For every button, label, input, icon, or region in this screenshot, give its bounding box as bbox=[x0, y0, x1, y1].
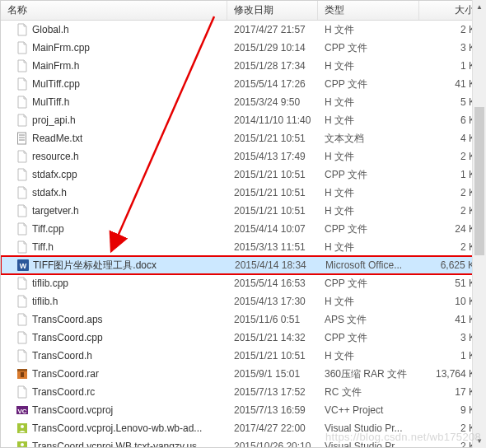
file-name-cell: MainFrm.cpp bbox=[1, 41, 227, 54]
file-icon bbox=[16, 77, 29, 91]
file-row[interactable]: TransCoord.vcproj.WB.tcxt-yangzy.us...20… bbox=[1, 437, 485, 447]
file-icon bbox=[16, 59, 29, 72]
svg-point-12 bbox=[21, 425, 24, 428]
file-name-cell: proj_api.h bbox=[1, 114, 227, 127]
file-name-cell: targetver.h bbox=[1, 204, 227, 217]
file-name-text: tiflib.h bbox=[32, 296, 58, 307]
header-name[interactable]: 名称 bbox=[1, 1, 227, 20]
file-name-text: MulTiff.h bbox=[32, 96, 69, 108]
file-name-cell: stdafx.cpp bbox=[1, 168, 227, 181]
file-name-text: TransCoord.vcproj bbox=[32, 404, 113, 416]
file-row[interactable]: stdafx.h2015/1/21 10:51H 文件2 K bbox=[1, 184, 485, 202]
file-row[interactable]: TransCoord.rar2015/9/1 15:01360压缩 RAR 文件… bbox=[1, 365, 485, 383]
file-row[interactable]: WTIFF图片坐标处理工具.docx2015/4/14 18:34Microso… bbox=[1, 256, 485, 274]
file-row[interactable]: MainFrm.h2015/1/28 17:34H 文件1 K bbox=[1, 57, 485, 75]
file-type-cell: H 文件 bbox=[318, 349, 419, 363]
file-icon bbox=[16, 295, 29, 308]
svg-rect-8 bbox=[21, 372, 24, 377]
file-name-text: tiflib.cpp bbox=[32, 278, 68, 289]
file-type-cell: VC++ Project bbox=[318, 404, 419, 416]
file-date-cell: 2015/1/21 14:32 bbox=[227, 332, 318, 343]
file-row[interactable]: TransCoord.aps2015/11/6 0:51APS 文件41 K bbox=[1, 310, 485, 329]
file-date-cell: 2015/5/14 16:53 bbox=[227, 278, 318, 289]
file-icon bbox=[16, 23, 29, 36]
scroll-up-button[interactable]: ▲ bbox=[473, 0, 486, 14]
file-name-text: TransCoord.aps bbox=[32, 314, 103, 325]
file-date-cell: 2015/11/6 0:51 bbox=[227, 314, 318, 325]
header-type[interactable]: 类型 bbox=[318, 1, 419, 20]
file-row[interactable]: Global.h2017/4/27 21:57H 文件2 K bbox=[1, 21, 485, 39]
file-row[interactable]: proj_api.h2014/11/10 11:40H 文件6 K bbox=[1, 111, 485, 129]
file-icon bbox=[16, 422, 29, 435]
file-row[interactable]: TransCoord.h2015/1/21 10:51H 文件1 K bbox=[1, 347, 485, 365]
file-date-cell: 2015/7/13 16:59 bbox=[227, 404, 318, 416]
file-name-cell: ReadMe.txt bbox=[1, 132, 227, 145]
file-name-cell: TransCoord.h bbox=[1, 349, 227, 362]
file-type-cell: Microsoft Office... bbox=[319, 259, 420, 271]
scroll-down-button[interactable]: ▼ bbox=[473, 434, 486, 448]
file-name-text: TransCoord.vcproj.WB.tcxt-yangzy.us... bbox=[32, 441, 205, 447]
file-type-cell: CPP 文件 bbox=[318, 222, 419, 236]
file-type-cell: CPP 文件 bbox=[318, 168, 419, 182]
file-type-cell: H 文件 bbox=[318, 23, 419, 37]
file-type-cell: H 文件 bbox=[318, 150, 419, 164]
file-type-cell: Visual Studio Pr... bbox=[318, 441, 419, 447]
svg-rect-0 bbox=[18, 133, 26, 144]
file-name-cell: TransCoord.cpp bbox=[1, 331, 227, 344]
file-date-cell: 2015/3/13 11:51 bbox=[227, 241, 318, 253]
file-name-text: Tiff.cpp bbox=[32, 223, 64, 235]
file-row[interactable]: TransCoord.cpp2015/1/21 14:32CPP 文件3 K bbox=[1, 329, 485, 347]
file-row[interactable]: tiflib.h2015/4/13 17:30H 文件10 K bbox=[1, 292, 485, 310]
file-type-cell: CPP 文件 bbox=[318, 277, 419, 291]
file-icon bbox=[16, 168, 29, 181]
file-name-text: TransCoord.h bbox=[32, 350, 92, 362]
file-row[interactable]: MulTiff.h2015/3/24 9:50H 文件5 K bbox=[1, 93, 485, 111]
file-icon bbox=[16, 41, 29, 54]
file-row[interactable]: MainFrm.cpp2015/1/29 10:14CPP 文件3 K bbox=[1, 39, 485, 57]
svg-text:VC: VC bbox=[17, 408, 26, 415]
file-date-cell: 2017/4/27 21:57 bbox=[227, 24, 318, 35]
file-type-cell: RC 文件 bbox=[318, 385, 419, 399]
file-type-cell: H 文件 bbox=[318, 295, 419, 309]
vertical-scrollbar[interactable]: ▲ ▼ bbox=[472, 0, 486, 448]
file-name-cell: TransCoord.vcproj.Lenovo-wb.wb-ad... bbox=[1, 422, 227, 435]
file-name-cell: MulTiff.cpp bbox=[1, 77, 227, 91]
svg-rect-7 bbox=[17, 369, 27, 371]
file-name-cell: Tiff.h bbox=[1, 240, 227, 254]
file-name-text: TransCoord.rar bbox=[32, 368, 99, 380]
file-icon bbox=[16, 440, 29, 447]
file-name-cell: TransCoord.rar bbox=[1, 367, 227, 380]
file-name-cell: VCTransCoord.vcproj bbox=[1, 404, 227, 417]
scroll-thumb[interactable] bbox=[474, 107, 484, 255]
file-type-cell: H 文件 bbox=[318, 240, 419, 254]
file-row[interactable]: TransCoord.rc2015/7/13 17:52RC 文件17 K bbox=[1, 383, 485, 401]
file-name-text: Global.h bbox=[32, 24, 69, 35]
file-date-cell: 2015/1/21 10:51 bbox=[227, 205, 318, 217]
file-name-text: MulTiff.cpp bbox=[32, 78, 80, 90]
file-name-text: MainFrm.h bbox=[32, 60, 79, 72]
header-date[interactable]: 修改日期 bbox=[227, 1, 318, 20]
file-row[interactable]: Tiff.cpp2015/4/14 10:07CPP 文件24 K bbox=[1, 220, 485, 238]
file-type-cell: CPP 文件 bbox=[318, 77, 419, 91]
file-icon bbox=[16, 186, 29, 199]
file-name-text: stdafx.cpp bbox=[32, 169, 77, 180]
file-row[interactable]: targetver.h2015/1/21 10:51H 文件2 K bbox=[1, 202, 485, 220]
file-name-cell: TransCoord.vcproj.WB.tcxt-yangzy.us... bbox=[1, 440, 227, 447]
file-name-text: stdafx.h bbox=[32, 187, 67, 198]
file-icon bbox=[16, 204, 29, 217]
file-icon bbox=[16, 385, 29, 399]
file-name-cell: MainFrm.h bbox=[1, 59, 227, 72]
file-icon bbox=[16, 132, 29, 145]
file-row[interactable]: Tiff.h2015/3/13 11:51H 文件2 K bbox=[1, 238, 485, 256]
file-row[interactable]: TransCoord.vcproj.Lenovo-wb.wb-ad...2017… bbox=[1, 419, 485, 437]
file-row[interactable]: VCTransCoord.vcproj2015/7/13 16:59VC++ P… bbox=[1, 401, 485, 419]
file-row[interactable]: stdafx.cpp2015/1/21 10:51CPP 文件1 K bbox=[1, 166, 485, 184]
file-date-cell: 2015/4/14 10:07 bbox=[227, 223, 318, 235]
file-row[interactable]: tiflib.cpp2015/5/14 16:53CPP 文件51 K bbox=[1, 274, 485, 292]
file-name-cell: stdafx.h bbox=[1, 186, 227, 199]
file-row[interactable]: ReadMe.txt2015/1/21 10:51文本文档4 K bbox=[1, 129, 485, 147]
file-row[interactable]: MulTiff.cpp2015/5/14 17:26CPP 文件41 K bbox=[1, 75, 485, 93]
file-row[interactable]: resource.h2015/4/13 17:49H 文件2 K bbox=[1, 147, 485, 166]
file-name-cell: Tiff.cpp bbox=[1, 222, 227, 236]
file-name-cell: tiflib.h bbox=[1, 295, 227, 308]
